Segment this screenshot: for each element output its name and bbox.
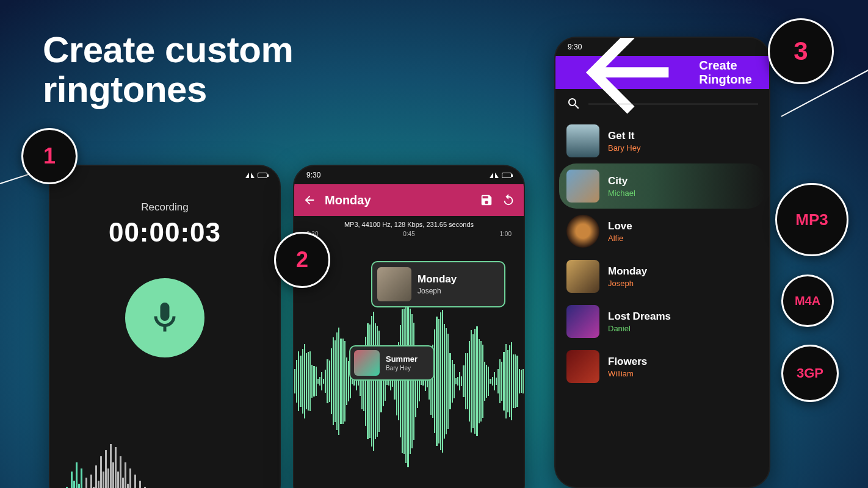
track-art xyxy=(566,260,599,293)
clip-title: Summer xyxy=(386,354,418,364)
track-art xyxy=(566,170,599,203)
track-row[interactable]: MondayJoseph xyxy=(555,254,769,299)
format-bubble-3gp: 3GP xyxy=(781,345,839,402)
ruler-tick: 0:45 xyxy=(403,231,414,237)
save-icon[interactable] xyxy=(480,193,493,207)
format-label: M4A xyxy=(795,294,820,308)
back-icon[interactable] xyxy=(565,37,689,135)
format-bubble-mp3: MP3 xyxy=(775,183,848,256)
headline-line-2: ringtones xyxy=(43,70,293,110)
back-icon[interactable] xyxy=(303,193,316,207)
track-artist: Daniel xyxy=(608,324,671,333)
track-name: City xyxy=(608,175,635,187)
track-row[interactable]: LoveAlfie xyxy=(555,209,769,254)
track-artist: Bary Hey xyxy=(608,143,640,152)
step-number: 2 xyxy=(296,247,308,273)
status-icons xyxy=(245,173,267,178)
track-art xyxy=(566,215,599,248)
search-underline xyxy=(588,104,758,104)
clip-title: Monday xyxy=(418,273,457,285)
track-name: Flowers xyxy=(608,356,647,368)
undo-icon[interactable] xyxy=(502,193,515,207)
recording-timer: 00:00:03 xyxy=(50,217,280,248)
record-button[interactable] xyxy=(125,278,204,357)
format-label: 3GP xyxy=(797,365,823,381)
audio-meta: MP3, 44100 Hz, 128 Kbps, 231.65 seconds xyxy=(294,221,524,228)
editor-title: Monday xyxy=(325,193,471,207)
step-number: 3 xyxy=(794,37,808,66)
format-label: MP3 xyxy=(795,210,828,229)
step-bubble-2: 2 xyxy=(274,232,330,288)
clip-card-small[interactable]: Summer Bary Hey xyxy=(349,345,435,381)
step-bubble-1: 1 xyxy=(21,128,78,184)
status-icons xyxy=(490,173,512,178)
app-bar: Monday xyxy=(294,184,524,216)
clip-artist: Bary Hey xyxy=(386,365,418,371)
phone-library: 9:30 Create Ringtone Get ItBary HeyCityM… xyxy=(554,37,770,488)
track-row[interactable]: CityMichael xyxy=(559,163,765,209)
track-name: Love xyxy=(608,220,632,232)
track-name: Monday xyxy=(608,265,647,278)
format-bubble-m4a: M4A xyxy=(781,274,834,327)
track-artist: Alfie xyxy=(608,234,632,243)
track-list: Get ItBary HeyCityMichaelLoveAlfieMonday… xyxy=(555,115,769,393)
track-name: Lost Dreams xyxy=(608,310,671,323)
waveform-small xyxy=(50,401,280,488)
step-number: 1 xyxy=(43,143,56,169)
track-artist: Michael xyxy=(608,188,635,198)
clip-thumb xyxy=(377,267,411,301)
app-bar: Create Ringtone xyxy=(555,56,769,89)
track-artist: William xyxy=(608,369,647,378)
time-ruler: 0:30 0:45 1:00 xyxy=(294,228,524,237)
status-bar: 9:30 xyxy=(294,166,524,184)
headline-line-1: Create custom xyxy=(43,30,293,70)
track-row[interactable]: FlowersWilliam xyxy=(555,344,769,389)
headline: Create custom ringtones xyxy=(43,30,293,110)
ruler-tick: 1:00 xyxy=(500,231,512,237)
phone-editor: 9:30 Monday MP3, 44100 Hz, 128 Kbps, 231… xyxy=(293,165,525,488)
library-title: Create Ringtone xyxy=(699,59,759,87)
clip-card-big[interactable]: Monday Joseph xyxy=(371,261,505,307)
clip-artist: Joseph xyxy=(418,287,457,295)
mic-icon xyxy=(146,300,183,336)
track-art xyxy=(566,124,599,157)
track-art xyxy=(566,305,599,338)
clip-thumb xyxy=(354,350,380,376)
step-bubble-3: 3 xyxy=(768,18,834,84)
status-time: 9:30 xyxy=(306,171,320,179)
track-name: Get It xyxy=(608,130,640,142)
track-art xyxy=(566,350,599,383)
search-icon[interactable] xyxy=(566,96,581,111)
phone-recording: Recording 00:00:03 xyxy=(49,165,281,488)
recording-label: Recording xyxy=(50,201,280,214)
status-bar xyxy=(50,166,280,184)
track-artist: Joseph xyxy=(608,279,647,288)
track-row[interactable]: Lost DreamsDaniel xyxy=(555,299,769,344)
